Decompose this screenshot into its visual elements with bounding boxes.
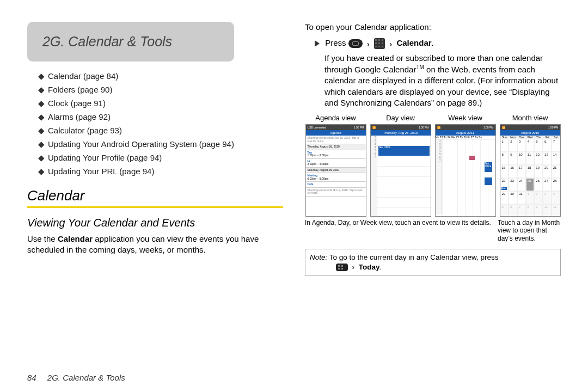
toc-item: ◆Updating Your Android Operating System … xyxy=(38,139,283,149)
bullet-icon: ◆ xyxy=(38,153,46,163)
toc-item: ◆Updating Your PRL (page 94) xyxy=(38,167,283,176)
agenda-row: Meeting6:00pm – 8:00pm xyxy=(306,173,366,182)
views-caption-row: In Agenda, Day, or Week view, touch an e… xyxy=(305,219,561,242)
month-cell: 20 xyxy=(543,165,552,178)
month-cell: 7 xyxy=(552,139,560,152)
view-label: Month view xyxy=(512,114,548,122)
month-cell: 13 xyxy=(543,152,552,165)
footer-title: 2G. Calendar & Tools xyxy=(47,373,125,382)
toc-label: Calculator (page 93) xyxy=(48,126,122,135)
agenda-row: Showing events since Jun 26, 2010. Tap t… xyxy=(306,136,366,144)
agenda-screenshot: USB connected1:00 PM Agenda Showing even… xyxy=(305,124,366,217)
agenda-row: Showing events until Nov 2, 2010. Tap to… xyxy=(306,188,366,197)
day-screenshot: 📶1:00 PM Thursday, Aug 26, 2010 1234567 … xyxy=(370,124,431,217)
event-block xyxy=(485,177,492,185)
month-cell: 27 xyxy=(543,178,552,191)
chevron-icon: › xyxy=(389,38,392,50)
month-cell: 2 xyxy=(534,191,543,204)
month-cell: 28 xyxy=(552,178,560,191)
toc-label: Updating Your Profile (page 94) xyxy=(48,153,162,162)
month-cell: 4 xyxy=(526,139,535,152)
event-block xyxy=(469,156,475,160)
open-heading: To open your Calendar application: xyxy=(305,22,561,33)
chapter-badge: 2G. Calendar & Tools xyxy=(27,22,234,62)
month-cell: 21 xyxy=(552,165,560,178)
toc-item: ◆Calculator (page 93) xyxy=(38,126,283,136)
month-cell: 7 xyxy=(517,204,526,217)
month-cell: 23 xyxy=(509,178,517,191)
agenda-row: Tea1:00pm – 2:00pm xyxy=(306,150,366,159)
month-cell: 24 xyxy=(517,178,526,191)
toc-label: Folders (page 90) xyxy=(48,85,112,94)
agenda-row: Hi2:00pm – 4:00pm xyxy=(306,159,366,168)
toc-item: ◆Calendar (page 84) xyxy=(38,71,283,81)
note-text: To go to the current day in any Calendar… xyxy=(327,253,498,261)
month-cell: 9 xyxy=(509,152,517,165)
month-titlebar: August 2010 xyxy=(500,130,560,136)
bullet-icon: ◆ xyxy=(38,126,46,136)
toc-label: Clock (page 91) xyxy=(48,99,106,108)
toc-item: ◆Alarms (page 92) xyxy=(38,112,283,122)
bullet-icon: ◆ xyxy=(38,112,46,122)
month-cell: 17 xyxy=(517,165,526,178)
month-cell: 25 xyxy=(526,178,535,191)
agenda-titlebar: Agenda xyxy=(306,130,366,136)
status-text: 📶 xyxy=(372,126,376,129)
month-cell: 6 xyxy=(509,204,517,217)
month-cell: 16 xyxy=(509,165,517,178)
status-text: USB connected xyxy=(308,126,327,129)
today-label: Today xyxy=(359,263,380,271)
sub-title: Viewing Your Calendar and Events xyxy=(27,217,283,229)
views-caption: In Agenda, Day, or Week view, touch an e… xyxy=(305,219,494,242)
toc-label: Updating Your PRL (page 94) xyxy=(48,167,154,176)
view-label: Agenda view xyxy=(315,114,356,122)
month-cell: 26 xyxy=(534,178,543,191)
home-key-icon xyxy=(348,39,363,48)
week-header: Mn 23 Tu 24 We 25 Th 26 Fr 27 Sa Su xyxy=(436,136,495,139)
agenda-view-col: Agenda view USB connected1:00 PM Agenda … xyxy=(305,114,366,217)
month-cell: 6 xyxy=(543,139,552,152)
agenda-day-header: Saturday, August 28, 2010 xyxy=(306,168,366,174)
month-cell: 15 xyxy=(500,165,509,178)
toc-label: Updating Your Android Operating System (… xyxy=(48,139,234,149)
note-label: Note: xyxy=(310,253,327,261)
instruction-step: Press › › Calendar. xyxy=(315,37,561,50)
event-block: Tea, Office xyxy=(378,146,430,156)
month-cell: 8 xyxy=(526,204,535,217)
bullet-icon: ◆ xyxy=(38,99,46,108)
period: . xyxy=(380,263,382,271)
page-footer: 84 2G. Calendar & Tools xyxy=(27,373,125,382)
views-caption: Touch a day in Month view to open that d… xyxy=(498,219,561,242)
chevron-icon: › xyxy=(352,262,355,272)
bullet-icon: ◆ xyxy=(38,167,46,176)
section-title: Calendar xyxy=(27,187,283,208)
month-cell: 5 xyxy=(500,204,509,217)
event-time: 2:00pm – 4:00pm xyxy=(308,163,364,166)
event-time: 6:00pm – 8:00pm xyxy=(308,177,364,181)
status-text: 📶 xyxy=(502,126,505,129)
period: . xyxy=(432,38,434,47)
month-cell: 3 xyxy=(543,191,552,204)
bullet-icon: ◆ xyxy=(38,85,46,95)
month-cell: 30 xyxy=(509,191,517,204)
month-cell: 9 xyxy=(534,204,543,217)
hour-gutter: 1234567 xyxy=(371,136,377,216)
body-paragraph: Use the Calendar application you can vie… xyxy=(27,234,283,256)
body-text: Calendar xyxy=(58,234,93,243)
month-view-col: Month view 📶1:00 PM August 2010 SunMonTu… xyxy=(499,114,561,217)
month-grid: 12345678910111213141516171819202122Meeti… xyxy=(500,139,560,217)
status-time: 1:00 PM xyxy=(354,126,364,129)
month-cell: 2 xyxy=(509,139,517,152)
event-block: Tea, Office xyxy=(485,162,492,172)
bullet-icon: ◆ xyxy=(38,71,46,81)
hour-gutter: 1234567 xyxy=(436,139,442,215)
month-cell: 14 xyxy=(552,152,560,165)
month-cell: 1 xyxy=(526,191,535,204)
chevron-icon: › xyxy=(367,38,370,50)
month-cell: 11 xyxy=(552,204,560,217)
status-text: 📶 xyxy=(437,126,440,129)
week-view-col: Week view 📶1:00 PM August 2011 Mn 23 Tu … xyxy=(434,114,496,217)
month-cell: 31 xyxy=(517,191,526,204)
agenda-day-header: Thursday, August 26, 2010 xyxy=(306,144,366,150)
step-arrow-icon xyxy=(315,40,320,47)
